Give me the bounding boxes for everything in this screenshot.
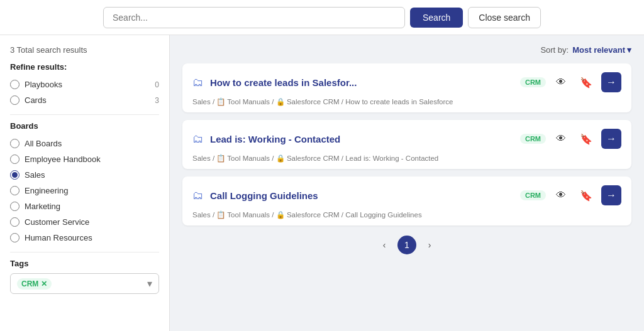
active-tag-badge: CRM ✕: [17, 278, 52, 290]
card-actions-3: CRM 👁 🔖 →: [520, 185, 621, 205]
filter-playbooks-label: Playbooks: [25, 80, 150, 89]
main-layout: 3 Total search results Refine results: P…: [0, 35, 644, 331]
pagination-page-1[interactable]: 1: [397, 236, 416, 254]
board-human-resources[interactable]: Human Resources: [10, 230, 159, 246]
card-top-3: 🗂 Call Logging Guidelines CRM 👁 🔖 →: [192, 185, 621, 205]
result-card-3: 🗂 Call Logging Guidelines CRM 👁 🔖 → Sale…: [182, 176, 631, 225]
card-tag-3: CRM: [520, 190, 546, 200]
card-breadcrumb-2: Sales / 📋 Tool Manuals / 🔒 Salesforce CR…: [192, 154, 621, 163]
card-bookmark-btn-1[interactable]: 🔖: [576, 72, 596, 92]
card-title-3[interactable]: Call Logging Guidelines: [210, 190, 514, 201]
board-employee-handbook[interactable]: Employee Handbook: [10, 151, 159, 167]
card-bookmark-btn-2[interactable]: 🔖: [576, 129, 596, 149]
board-human-resources-radio[interactable]: [10, 233, 19, 242]
filter-playbooks-radio[interactable]: [10, 80, 19, 89]
pagination-prev[interactable]: ‹: [375, 236, 394, 254]
sort-value-text: Most relevant: [572, 45, 625, 55]
search-input[interactable]: [103, 7, 405, 28]
filter-cards-label: Cards: [25, 95, 150, 105]
divider-1: [10, 114, 159, 115]
filter-cards-count: 3: [155, 96, 159, 105]
result-card-1: 🗂 How to create leads in Salesfor... CRM…: [182, 63, 631, 112]
card-title-2[interactable]: Lead is: Working - Contacted: [210, 134, 514, 144]
tags-section-title: Tags: [10, 259, 159, 268]
sidebar: 3 Total search results Refine results: P…: [0, 35, 170, 331]
pagination: ‹ 1 ›: [182, 236, 631, 254]
card-open-btn-2[interactable]: →: [601, 129, 621, 149]
card-actions-1: CRM 👁 🔖 →: [520, 72, 621, 92]
card-type-icon-3: 🗂: [192, 189, 204, 202]
board-customer-service-radio[interactable]: [10, 217, 19, 227]
boards-section-title: Boards: [10, 121, 159, 131]
card-title-1[interactable]: How to create leads in Salesfor...: [210, 77, 514, 88]
board-all-boards-label: All Boards: [25, 139, 159, 148]
board-marketing[interactable]: Marketing: [10, 198, 159, 214]
card-view-btn-2[interactable]: 👁: [551, 129, 571, 149]
card-open-btn-3[interactable]: →: [601, 185, 621, 205]
content-area: Sort by: Most relevant ▾ 🗂 How to create…: [170, 35, 644, 331]
sort-bar: Sort by: Most relevant ▾: [182, 45, 631, 55]
filter-playbooks[interactable]: Playbooks 0: [10, 77, 159, 92]
top-bar: Search Close search: [0, 0, 644, 35]
card-view-btn-3[interactable]: 👁: [551, 185, 571, 205]
card-breadcrumb-3: Sales / 📋 Tool Manuals / 🔒 Salesforce CR…: [192, 210, 621, 219]
board-employee-handbook-radio[interactable]: [10, 155, 19, 164]
board-customer-service[interactable]: Customer Service: [10, 214, 159, 230]
pagination-next[interactable]: ›: [420, 236, 439, 254]
filter-playbooks-count: 0: [155, 80, 159, 89]
result-card-2: 🗂 Lead is: Working - Contacted CRM 👁 🔖 →…: [182, 120, 631, 169]
board-sales-radio[interactable]: [10, 170, 19, 180]
sort-label: Sort by:: [540, 45, 569, 55]
tag-chevron-icon: ▾: [147, 278, 152, 290]
board-engineering[interactable]: Engineering: [10, 183, 159, 198]
sort-value[interactable]: Most relevant ▾: [572, 45, 631, 55]
search-button[interactable]: Search: [410, 8, 463, 28]
board-sales-label: Sales: [25, 170, 159, 180]
card-bookmark-btn-3[interactable]: 🔖: [576, 185, 596, 205]
board-engineering-label: Engineering: [25, 186, 159, 195]
divider-2: [10, 252, 159, 252]
active-tag-label: CRM: [21, 279, 38, 288]
tag-dropdown[interactable]: CRM ✕ ▾: [10, 273, 159, 294]
results-count: 3 Total search results: [10, 45, 159, 55]
card-actions-2: CRM 👁 🔖 →: [520, 129, 621, 149]
board-marketing-radio[interactable]: [10, 202, 19, 211]
filter-cards-radio[interactable]: [10, 95, 19, 105]
board-employee-handbook-label: Employee Handbook: [25, 155, 159, 164]
board-marketing-label: Marketing: [25, 202, 159, 211]
board-human-resources-label: Human Resources: [25, 233, 159, 242]
board-customer-service-label: Customer Service: [25, 217, 159, 227]
card-type-icon-1: 🗂: [192, 76, 204, 89]
card-top-1: 🗂 How to create leads in Salesfor... CRM…: [192, 72, 621, 92]
card-tag-1: CRM: [520, 77, 546, 87]
filter-cards[interactable]: Cards 3: [10, 92, 159, 108]
refine-label: Refine results:: [10, 62, 159, 72]
board-engineering-radio[interactable]: [10, 186, 19, 195]
board-sales[interactable]: Sales: [10, 167, 159, 183]
remove-tag-button[interactable]: ✕: [41, 279, 47, 288]
board-all-boards-radio[interactable]: [10, 139, 19, 148]
search-input-wrapper: [103, 7, 405, 28]
card-tag-2: CRM: [520, 134, 546, 144]
card-breadcrumb-1: Sales / 📋 Tool Manuals / 🔒 Salesforce CR…: [192, 97, 621, 106]
sort-chevron-icon: ▾: [627, 45, 631, 55]
card-type-icon-2: 🗂: [192, 133, 204, 146]
card-top-2: 🗂 Lead is: Working - Contacted CRM 👁 🔖 →: [192, 129, 621, 149]
card-view-btn-1[interactable]: 👁: [551, 72, 571, 92]
card-open-btn-1[interactable]: →: [601, 72, 621, 92]
board-all-boards[interactable]: All Boards: [10, 136, 159, 151]
close-search-button[interactable]: Close search: [468, 7, 541, 28]
